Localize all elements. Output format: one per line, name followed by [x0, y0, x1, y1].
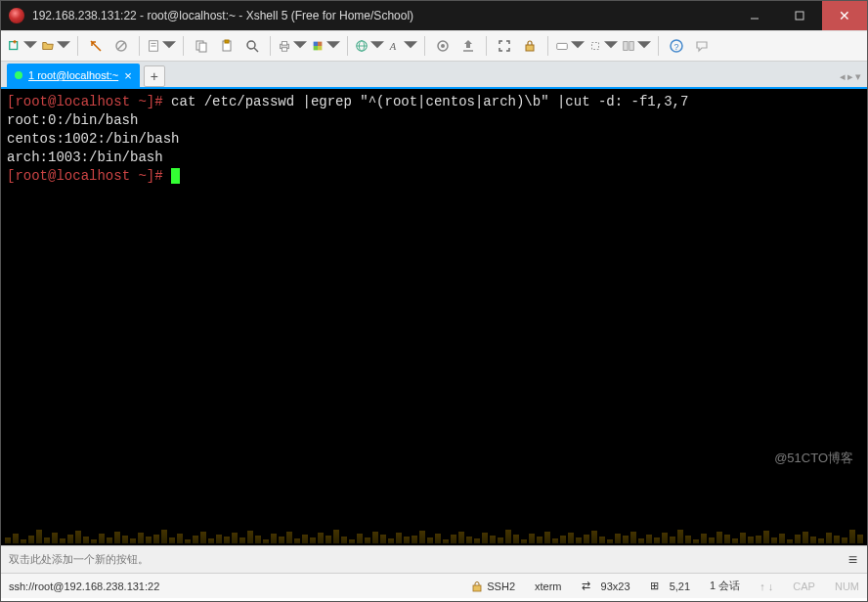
status-size: ⇄ 93x23 [582, 580, 630, 592]
keyboard-button[interactable] [554, 34, 586, 58]
svg-rect-31 [557, 43, 568, 49]
status-caps: CAP [793, 580, 815, 592]
svg-line-15 [254, 48, 258, 52]
close-button[interactable]: ✕ [822, 1, 867, 30]
svg-rect-20 [318, 42, 322, 46]
tab-list-button[interactable]: ▾ [855, 70, 861, 83]
terminal-output: centos:1002:/bin/bash [7, 130, 861, 149]
titlebar: 192.168.238.131:22 - root@localhost:~ - … [1, 1, 867, 30]
toolbar-separator [77, 36, 78, 56]
button-bar-hint: 双击此处添加一个新的按钮。 [9, 552, 149, 567]
chat-button[interactable] [690, 34, 714, 58]
svg-rect-13 [225, 40, 229, 43]
toolbar-separator [270, 36, 271, 56]
svg-rect-2 [10, 42, 18, 50]
status-session-count: 1 会话 [710, 579, 740, 593]
disconnect-button[interactable] [109, 34, 133, 58]
tab-bar: 1 root@localhost:~ × + ◂ ▸ ▾ [1, 62, 867, 89]
main-toolbar: A ? [1, 30, 867, 62]
paste-button[interactable] [215, 34, 239, 58]
color-scheme-button[interactable] [310, 34, 341, 58]
window-title: 192.168.238.131:22 - root@localhost:~ - … [32, 9, 732, 22]
svg-text:A: A [389, 41, 397, 52]
find-button[interactable] [240, 34, 264, 58]
new-session-button[interactable] [7, 34, 38, 58]
connection-status-icon [15, 71, 22, 79]
terminal-output: arch:1003:/bin/bash [7, 149, 861, 167]
toolbar-separator [658, 36, 659, 56]
highlight-button[interactable] [587, 34, 619, 58]
terminal-pane[interactable]: [root@localhost ~]# cat /etc/passwd |egr… [1, 89, 867, 545]
font-button[interactable]: A [387, 34, 418, 58]
help-button[interactable]: ? [665, 34, 688, 58]
status-cursor-pos: ⊞ 5,21 [650, 580, 690, 592]
svg-rect-35 [624, 42, 628, 51]
copy-button[interactable] [190, 34, 213, 58]
terminal-output: root:0:/bin/bash [7, 111, 861, 130]
xagent-button[interactable] [431, 34, 455, 58]
status-num: NUM [835, 580, 859, 592]
status-ssh: SSH2 [471, 580, 515, 592]
tab-label: 1 root@localhost:~ [28, 69, 118, 81]
svg-rect-18 [282, 48, 286, 52]
app-icon [9, 8, 24, 23]
tab-nav: ◂ ▸ ▾ [840, 70, 861, 83]
xftp-button[interactable] [456, 34, 480, 58]
cursor-icon [171, 168, 180, 184]
status-term: xterm [535, 580, 562, 592]
toolbar-separator [183, 36, 184, 56]
reconnect-button[interactable] [84, 34, 108, 58]
svg-rect-39 [473, 585, 481, 591]
terminal-line: [root@localhost ~]# cat /etc/passwd |egr… [7, 93, 861, 111]
toolbar-separator [424, 36, 425, 56]
svg-rect-34 [592, 43, 599, 50]
layout-button[interactable] [621, 34, 652, 58]
tab-close-icon[interactable]: × [124, 68, 132, 83]
encoding-button[interactable] [354, 34, 385, 58]
watermark: @51CTO博客 [774, 449, 853, 467]
terminal-prompt-line: [root@localhost ~]# [7, 167, 861, 186]
tab-prev-button[interactable]: ◂ [840, 70, 846, 83]
status-traffic: ↑ ↓ [760, 580, 773, 592]
properties-button[interactable] [146, 34, 177, 58]
svg-rect-30 [526, 45, 534, 51]
svg-point-28 [441, 44, 445, 48]
svg-text:?: ? [674, 42, 679, 52]
new-tab-button[interactable]: + [144, 65, 165, 87]
session-tab[interactable]: 1 root@localhost:~ × [7, 64, 140, 87]
quick-button-bar[interactable]: 双击此处添加一个新的按钮。 ≡ [1, 545, 867, 573]
svg-line-6 [117, 42, 125, 50]
minimize-button[interactable] [732, 1, 777, 30]
svg-rect-22 [318, 46, 322, 50]
svg-rect-11 [199, 43, 206, 52]
menu-icon[interactable]: ≡ [848, 551, 857, 569]
status-bar: ssh://root@192.168.238.131:22 SSH2 xterm… [1, 573, 867, 598]
status-connection: ssh://root@192.168.238.131:22 [9, 580, 159, 592]
tab-next-button[interactable]: ▸ [847, 70, 853, 83]
toolbar-separator [547, 36, 548, 56]
open-session-button[interactable] [40, 34, 71, 58]
maximize-button[interactable] [777, 1, 822, 30]
svg-point-14 [247, 41, 255, 49]
fullscreen-button[interactable] [493, 34, 516, 58]
svg-rect-17 [282, 42, 286, 46]
equalizer-decoration [1, 506, 867, 545]
toolbar-separator [139, 36, 140, 56]
print-button[interactable] [277, 34, 308, 58]
svg-rect-21 [314, 46, 318, 50]
lock-icon [471, 580, 483, 592]
svg-rect-19 [314, 42, 318, 46]
svg-rect-36 [629, 42, 633, 51]
toolbar-separator [347, 36, 348, 56]
svg-rect-1 [796, 12, 803, 20]
toolbar-separator [486, 36, 487, 56]
lock-button[interactable] [518, 34, 542, 58]
